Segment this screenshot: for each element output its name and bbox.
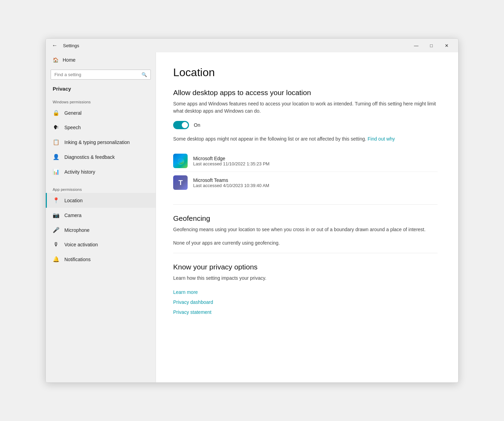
maximize-button[interactable]: □: [424, 40, 439, 51]
sidebar-item-camera-label: Camera: [64, 213, 82, 218]
teams-date: Last accessed 4/10/2023 10:39:40 AM: [193, 183, 269, 188]
edge-icon: [173, 154, 188, 168]
section3-title: Know your privacy options: [173, 263, 438, 271]
sidebar-item-speech-label: Speech: [64, 125, 81, 130]
sidebar-item-activity[interactable]: 📊 Activity history: [46, 164, 156, 179]
app-item-edge: Microsoft Edge Last accessed 11/10/2022 …: [173, 150, 438, 172]
sidebar-item-diagnostics[interactable]: 👤 Diagnostics & feedback: [46, 150, 156, 164]
sidebar-item-speech[interactable]: 🗣 Speech: [46, 120, 156, 135]
sidebar-item-general-label: General: [64, 110, 82, 116]
note-text: Some desktop apps might not appear in th…: [173, 135, 438, 143]
title-bar: ← Settings — □ ✕: [46, 39, 458, 52]
toggle-label: On: [194, 122, 200, 128]
sidebar-item-camera[interactable]: 📷 Camera: [46, 208, 156, 223]
sidebar-search-box[interactable]: 🔍: [51, 70, 151, 80]
back-button[interactable]: ←: [50, 41, 60, 50]
section3-description: Learn how this setting impacts your priv…: [173, 275, 438, 282]
search-input[interactable]: [54, 72, 141, 77]
lock-icon: 🔒: [53, 110, 60, 116]
teams-icon-text: T: [178, 179, 182, 187]
privacy-links: Learn more Privacy dashboard Privacy sta…: [173, 288, 438, 317]
section2-title: Geofencing: [173, 214, 438, 223]
edge-info: Microsoft Edge Last accessed 11/10/2022 …: [193, 156, 270, 166]
page-title: Location: [173, 66, 438, 79]
section2-description: Geofencing means using your location to …: [173, 226, 438, 233]
microphone-icon: 🎤: [53, 227, 60, 233]
windows-permissions-title: Windows permissions: [46, 96, 156, 105]
sidebar-item-microphone-label: Microphone: [64, 227, 90, 233]
edge-svg-icon: [176, 156, 185, 166]
app-item-teams: T Microsoft Teams Last accessed 4/10/202…: [173, 172, 438, 193]
main-content: Location Allow desktop apps to access yo…: [156, 52, 458, 382]
sidebar-item-voice-label: Voice activation: [64, 242, 98, 247]
section1-title: Allow desktop apps to access your locati…: [173, 89, 438, 97]
settings-window: ← Settings — □ ✕ 🏠 Home 🔍 Privacy Win: [45, 38, 459, 383]
activity-icon: 📊: [53, 168, 60, 175]
sidebar-item-voice[interactable]: 🎙 Voice activation: [46, 237, 156, 252]
home-label: Home: [63, 57, 75, 63]
divider2: [173, 253, 438, 253]
sidebar-item-inking-label: Inking & typing personalization: [64, 140, 130, 145]
minimize-button[interactable]: —: [409, 40, 424, 51]
notifications-icon: 🔔: [53, 256, 60, 263]
inking-icon: 📋: [53, 139, 60, 145]
sidebar-item-location[interactable]: 📍 Location: [46, 193, 156, 208]
sidebar-privacy-label: Privacy: [46, 84, 156, 96]
privacy-statement-link[interactable]: Privacy statement: [173, 308, 438, 317]
voice-icon: 🎙: [53, 242, 60, 248]
edge-date: Last accessed 11/10/2022 1:35:23 PM: [193, 161, 270, 166]
sidebar-item-diagnostics-label: Diagnostics & feedback: [64, 154, 115, 160]
close-button[interactable]: ✕: [439, 40, 454, 51]
toggle-row: On: [173, 121, 438, 129]
no-apps-geofencing: None of your apps are currently using ge…: [173, 239, 438, 247]
note-prefix: Some desktop apps might not appear in th…: [173, 136, 366, 142]
title-bar-controls: — □ ✕: [409, 40, 454, 51]
sidebar-item-inking[interactable]: 📋 Inking & typing personalization: [46, 135, 156, 150]
title-bar-title: Settings: [63, 43, 79, 48]
sidebar-item-general[interactable]: 🔒 General: [46, 105, 156, 120]
title-bar-left: ← Settings: [50, 41, 409, 50]
learn-more-link[interactable]: Learn more: [173, 288, 438, 297]
sidebar-item-notifications-label: Notifications: [64, 257, 91, 262]
edge-name: Microsoft Edge: [193, 156, 270, 161]
content-area: 🏠 Home 🔍 Privacy Windows permissions 🔒 G…: [46, 52, 458, 382]
location-icon: 📍: [53, 197, 60, 204]
diagnostics-icon: 👤: [53, 154, 60, 160]
divider1: [173, 204, 438, 205]
sidebar-item-microphone[interactable]: 🎤 Microphone: [46, 223, 156, 237]
camera-icon: 📷: [53, 212, 60, 218]
privacy-dashboard-link[interactable]: Privacy dashboard: [173, 298, 438, 307]
location-toggle[interactable]: [173, 121, 189, 129]
teams-info: Microsoft Teams Last accessed 4/10/2023 …: [193, 177, 269, 188]
teams-name: Microsoft Teams: [193, 177, 269, 183]
teams-icon: T: [173, 175, 188, 190]
home-icon: 🏠: [53, 57, 59, 63]
find-out-why-link[interactable]: Find out why: [368, 136, 395, 142]
app-permissions-title: App permissions: [46, 184, 156, 193]
speech-icon: 🗣: [53, 124, 60, 131]
sidebar-item-location-label: Location: [64, 198, 83, 203]
sidebar-item-notifications[interactable]: 🔔 Notifications: [46, 252, 156, 267]
sidebar-home-item[interactable]: 🏠 Home: [46, 52, 156, 68]
search-icon: 🔍: [141, 72, 147, 77]
app-list: Microsoft Edge Last accessed 11/10/2022 …: [173, 150, 438, 193]
sidebar-item-activity-label: Activity history: [64, 169, 95, 175]
toggle-knob: [182, 122, 188, 128]
section1-description: Some apps and Windows features need to a…: [173, 100, 438, 115]
sidebar: 🏠 Home 🔍 Privacy Windows permissions 🔒 G…: [46, 52, 156, 382]
